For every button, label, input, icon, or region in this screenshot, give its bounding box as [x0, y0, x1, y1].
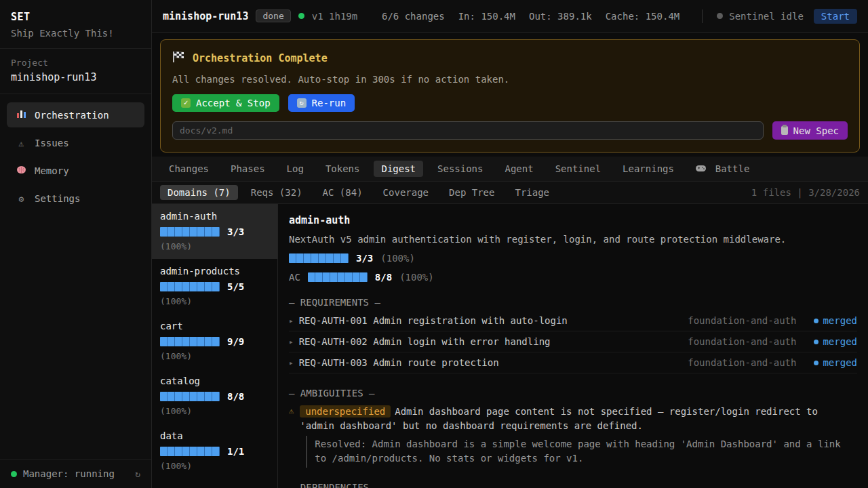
tab-tokens[interactable]: Tokens	[318, 161, 368, 177]
requirement-row[interactable]: ▸ REQ-AUTH-003 Admin route protection fo…	[289, 352, 857, 373]
tokens-cache: Cache: 150.4M	[606, 11, 680, 22]
banner-actions: ✓ Accept & Stop ↻ Re-run	[172, 94, 848, 112]
primary-tab-bar: Changes Phases Log Tokens Digest Session…	[152, 157, 868, 182]
sentinel-start-button[interactable]: Start	[814, 9, 857, 24]
topbar: minishop-run13 done v1 1h19m 6/6 changes…	[152, 0, 868, 33]
subtab-ac[interactable]: AC (84)	[315, 185, 370, 200]
files-date-meta: 1 files | 3/28/2026	[751, 187, 860, 198]
brain-icon	[16, 165, 27, 176]
sidebar-item-orchestration[interactable]: Orchestration	[7, 102, 144, 127]
new-spec-row: New Spec	[172, 121, 848, 140]
sidebar-item-label: Issues	[35, 138, 69, 148]
sidebar-item-memory[interactable]: Memory	[7, 159, 144, 183]
app-root: SET Ship Exactly This! Project minishop-…	[0, 0, 868, 488]
gamepad-icon	[696, 164, 711, 174]
progress-bar	[160, 282, 220, 291]
domain-list: admin-auth 3/3 (100%) admin-products 5/5…	[152, 204, 278, 488]
progress-bar	[160, 337, 220, 346]
status-badge: done	[256, 9, 290, 22]
new-spec-label: New Spec	[793, 125, 839, 136]
accept-stop-button[interactable]: ✓ Accept & Stop	[172, 94, 279, 112]
app-logo: SET	[11, 11, 140, 23]
domain-item-admin-products[interactable]: admin-products 5/5 (100%)	[152, 259, 277, 314]
digest-content: admin-auth 3/3 (100%) admin-products 5/5…	[152, 204, 868, 488]
sidebar-item-label: Orchestration	[35, 110, 109, 121]
rerun-button[interactable]: ↻ Re-run	[288, 94, 355, 112]
merged-dot	[814, 340, 818, 344]
domain-item-admin-auth[interactable]: admin-auth 3/3 (100%)	[152, 204, 277, 259]
tab-phases[interactable]: Phases	[223, 161, 273, 177]
version-duration: v1 1h19m	[312, 11, 357, 22]
sidebar-item-label: Settings	[35, 193, 80, 204]
tab-digest[interactable]: Digest	[374, 161, 423, 177]
sidebar: SET Ship Exactly This! Project minishop-…	[0, 0, 152, 488]
app-tagline: Ship Exactly This!	[11, 28, 140, 39]
main-column: minishop-run13 done v1 1h19m 6/6 changes…	[152, 0, 868, 488]
req-progress-row: 3/3 (100%)	[289, 253, 857, 264]
run-title: minishop-run13	[163, 10, 248, 22]
sidebar-item-issues[interactable]: ⚠ Issues	[7, 131, 144, 155]
new-spec-button[interactable]: New Spec	[772, 121, 848, 140]
rerun-label: Re-run	[312, 98, 347, 108]
tab-sentinel[interactable]: Sentinel	[548, 161, 608, 177]
chevron-right-icon: ▸	[289, 317, 294, 325]
progress-bar	[160, 447, 220, 456]
warning-icon: ⚠	[289, 406, 294, 415]
manager-status-text: Manager: running	[23, 468, 115, 479]
orchestration-complete-banner: Orchestration Complete All changes resol…	[160, 39, 860, 152]
detail-title: admin-auth	[289, 214, 857, 226]
secondary-tab-bar: Domains (7) Reqs (32) AC (84) Coverage D…	[152, 182, 868, 204]
underspecified-badge: underspecified	[300, 405, 391, 418]
ac-progress-row: AC 8/8 (100%)	[289, 272, 857, 283]
banner-title: Orchestration Complete	[193, 52, 328, 64]
refresh-icon[interactable]: ↻	[135, 469, 140, 479]
subtab-triage[interactable]: Triage	[507, 185, 557, 200]
requirement-row[interactable]: ▸ REQ-AUTH-002 Admin login with error ha…	[289, 331, 857, 352]
ambiguity-resolution: Resolved: Admin dashboard is a simple we…	[306, 436, 857, 468]
sidebar-item-settings[interactable]: ⚙ Settings	[7, 186, 144, 211]
chevron-right-icon: ▸	[289, 359, 294, 367]
domain-detail-panel: admin-auth NextAuth v5 admin authenticat…	[278, 204, 868, 488]
domain-item-data[interactable]: data 1/1 (100%)	[152, 424, 277, 479]
tab-agent[interactable]: Agent	[497, 161, 540, 177]
tokens-in: In: 150.4M	[458, 11, 515, 22]
merged-status-badge: merged	[814, 357, 857, 368]
tab-battle[interactable]: Battle	[688, 161, 757, 177]
project-name: minishop-run13	[11, 71, 140, 83]
progress-bar	[160, 392, 220, 401]
loop-arrows-icon: ↻	[297, 98, 307, 108]
progress-bar	[160, 227, 220, 237]
spec-path-input[interactable]	[172, 121, 764, 140]
run-status-dot	[298, 13, 304, 19]
merged-dot	[814, 361, 818, 365]
checkered-flag-icon	[172, 52, 185, 65]
accept-stop-label: Accept & Stop	[196, 98, 271, 108]
subtab-dep-tree[interactable]: Dep Tree	[441, 185, 502, 200]
tab-sessions[interactable]: Sessions	[430, 161, 490, 177]
tab-learnings[interactable]: Learnings	[615, 161, 682, 177]
changes-count: 6/6 changes	[382, 11, 445, 22]
chevron-right-icon: ▸	[289, 338, 294, 346]
domain-item-catalog[interactable]: catalog 8/8 (100%)	[152, 369, 277, 424]
detail-description: NextAuth v5 admin authentication with re…	[289, 234, 857, 245]
clipboard-icon	[781, 126, 788, 135]
req-progress-bar	[289, 253, 349, 263]
requirements-header: — REQUIREMENTS —	[289, 297, 857, 308]
tab-battle-label: Battle	[715, 163, 750, 174]
subtab-domains[interactable]: Domains (7)	[160, 185, 238, 200]
ac-progress-bar	[308, 272, 368, 282]
manager-status-bar: Manager: running ↻	[0, 459, 151, 488]
sidebar-item-label: Memory	[35, 165, 69, 176]
merged-status-badge: merged	[814, 336, 857, 347]
subtab-coverage[interactable]: Coverage	[376, 185, 436, 200]
bar-chart-icon	[16, 109, 27, 121]
tab-log[interactable]: Log	[279, 161, 311, 177]
banner-message: All changes resolved. Auto-stop in 300s …	[172, 74, 848, 85]
requirement-row[interactable]: ▸ REQ-AUTH-001 Admin registration with a…	[289, 310, 857, 331]
tab-changes[interactable]: Changes	[161, 161, 216, 177]
subtab-reqs[interactable]: Reqs (32)	[243, 185, 310, 200]
ambiguities-header: — AMBIGUITIES —	[289, 388, 857, 399]
merged-status-badge: merged	[814, 315, 857, 326]
domain-item-cart[interactable]: cart 9/9 (100%)	[152, 314, 277, 369]
project-block: Project minishop-run13	[0, 49, 151, 94]
